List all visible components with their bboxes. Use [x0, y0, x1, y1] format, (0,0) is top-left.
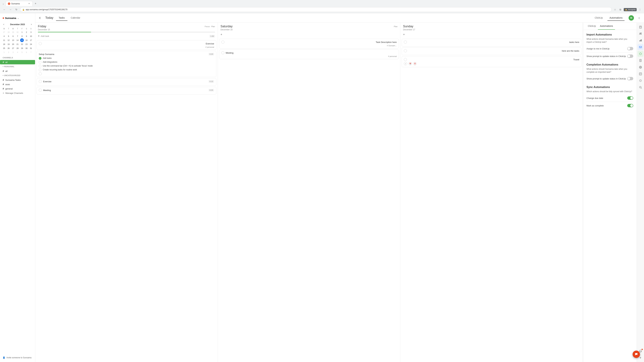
- cal-day[interactable]: 11: [2, 38, 6, 42]
- cal-day[interactable]: 5: [20, 50, 24, 54]
- setup-item-2[interactable]: Use the command bar (Ctrl + K) to activa…: [39, 64, 214, 67]
- split-view-btn[interactable]: ⧉: [618, 7, 622, 11]
- sidebar-item-general[interactable]: # general: [0, 86, 35, 91]
- task-card-desc-sat[interactable]: Task Description here # Sunsam...: [219, 39, 399, 48]
- cal-day[interactable]: 20: [11, 42, 15, 46]
- cal-day[interactable]: 16: [25, 38, 28, 42]
- sidebar-item-personal-all[interactable]: # all: [0, 69, 35, 73]
- cal-day[interactable]: 7: [16, 34, 19, 38]
- cal-day[interactable]: 23: [25, 42, 28, 46]
- cal-day[interactable]: 21: [16, 42, 19, 46]
- travel-icon-2[interactable]: 📅: [408, 62, 412, 65]
- setup-item-1[interactable]: Add integrations: [39, 61, 214, 63]
- browser-tab-sunsama[interactable]: S Sunsama ✕: [6, 1, 32, 6]
- sunday-add-task-btn[interactable]: +: [403, 32, 580, 37]
- back-btn[interactable]: ←: [2, 7, 7, 12]
- icon-bar-sparkle[interactable]: [638, 78, 644, 84]
- task-card-here-are-tasks[interactable]: here are the tasks: [402, 47, 582, 55]
- cal-day[interactable]: 17: [29, 38, 33, 42]
- icon-bar-search[interactable]: [638, 84, 644, 90]
- tab-close-btn[interactable]: ✕: [28, 2, 30, 5]
- icon-bar-notebook[interactable]: [638, 57, 644, 63]
- tab-tasks[interactable]: Tasks: [56, 15, 68, 21]
- task-check-exercise-fri[interactable]: [39, 42, 42, 45]
- cal-day[interactable]: 13: [11, 38, 15, 42]
- icon-bar-clipboard[interactable]: [638, 24, 644, 30]
- task-check-here-are-tasks[interactable]: [404, 49, 407, 52]
- task-card-exercise2-fri[interactable]: Exercise 0:15: [36, 78, 216, 86]
- cal-day[interactable]: 3: [11, 50, 15, 54]
- address-bar[interactable]: 🔒 app.sunsama.com/group/1702570104013617…: [20, 7, 612, 12]
- task-check-exercise2-fri[interactable]: [39, 80, 42, 83]
- cal-day[interactable]: 1: [20, 30, 24, 34]
- icon-bar-chart[interactable]: [638, 37, 644, 43]
- task-card-meeting-sat[interactable]: Meeting # personal: [219, 49, 399, 59]
- task-check-meeting-sat[interactable]: [221, 51, 224, 54]
- task-card-travel[interactable]: Travel ✓ 📅 ⏰: [402, 56, 582, 67]
- chat-fab[interactable]: [632, 351, 640, 358]
- uncategorized-label[interactable]: ▾ UNCATEGORIZED: [3, 75, 32, 76]
- cal-day[interactable]: 4: [16, 50, 19, 54]
- task-check-meeting-fri[interactable]: [39, 89, 42, 92]
- cal-day[interactable]: 4: [2, 34, 6, 38]
- tab-calendar[interactable]: Calendar: [68, 15, 83, 21]
- sidebar-item-all-channels[interactable]: # all: [0, 60, 35, 64]
- setup-sunsama-card[interactable]: Setup Sunsama 0:20 ✓ Add tasks Add integ…: [36, 51, 216, 77]
- tab-clickup[interactable]: ClickUp: [593, 15, 605, 21]
- task-check-desc-sat[interactable]: [221, 40, 224, 43]
- cal-day[interactable]: 28: [7, 30, 10, 34]
- cal-day[interactable]: 14: [16, 38, 19, 42]
- task-check-travel[interactable]: [404, 58, 407, 61]
- cal-day[interactable]: 7: [29, 50, 33, 54]
- task-check-tasks-here[interactable]: [404, 40, 407, 43]
- cal-day[interactable]: 29: [11, 30, 15, 34]
- setup-check-1[interactable]: [39, 61, 42, 63]
- cal-day[interactable]: 25: [2, 46, 6, 50]
- collapse-btn[interactable]: [38, 15, 42, 20]
- icon-bar-sync[interactable]: [638, 51, 644, 57]
- forward-btn[interactable]: →: [8, 7, 13, 12]
- setup-check-0[interactable]: ✓: [39, 57, 42, 60]
- import-toggle-0[interactable]: [627, 47, 633, 50]
- manage-channels-btn[interactable]: + Manage Channels: [0, 91, 35, 95]
- cal-day[interactable]: 29: [20, 46, 24, 50]
- setup-complete-btn[interactable]: [39, 72, 42, 75]
- icon-bar-target[interactable]: [638, 64, 644, 70]
- icon-bar-mail[interactable]: [638, 44, 644, 50]
- import-toggle-1[interactable]: [627, 54, 633, 58]
- completion-toggle-0[interactable]: [627, 77, 633, 80]
- panel-tab-clickup[interactable]: ClickUp: [586, 23, 598, 30]
- reload-btn[interactable]: ↻: [14, 7, 19, 12]
- saturday-add-task-btn[interactable]: +: [220, 32, 398, 37]
- cal-day[interactable]: 30: [25, 46, 28, 50]
- cal-day[interactable]: 28: [16, 46, 19, 50]
- cal-day[interactable]: 6: [25, 50, 28, 54]
- cal-day[interactable]: 18: [2, 42, 6, 46]
- task-card-meeting-fri[interactable]: Meeting 0:25: [36, 87, 216, 94]
- icon-bar-task-list[interactable]: [638, 71, 644, 77]
- forward-nav-btn[interactable]: ›|: [636, 15, 641, 20]
- task-card-tasks-here[interactable]: tasks here: [402, 39, 582, 46]
- cal-day[interactable]: 12: [7, 38, 10, 42]
- setup-item-3[interactable]: Create recurring tasks for routine work: [39, 68, 214, 71]
- setup-item-0[interactable]: ✓ Add tasks: [39, 57, 214, 60]
- cal-day[interactable]: 6: [11, 34, 15, 38]
- new-tab-btn[interactable]: +: [33, 1, 38, 6]
- cal-day[interactable]: 3: [29, 30, 33, 34]
- cal-day[interactable]: 22: [20, 42, 24, 46]
- cal-day[interactable]: 30: [16, 30, 19, 34]
- invite-btn[interactable]: 👤 Invite someone to Sunsama: [0, 355, 35, 360]
- sync-toggle-0[interactable]: [627, 96, 633, 100]
- bookmark-btn[interactable]: ☆: [613, 7, 617, 11]
- task-card-exercise-fri[interactable]: Exercise # personal: [36, 40, 216, 50]
- tab-back-btn[interactable]: ⌄: [1, 2, 5, 5]
- cal-day[interactable]: 1: [2, 50, 6, 54]
- setup-check-3[interactable]: [39, 68, 42, 71]
- icon-bar-people[interactable]: [638, 31, 644, 37]
- setup-check-2[interactable]: [39, 65, 42, 67]
- tab-automations[interactable]: Automations: [608, 15, 624, 21]
- cal-day[interactable]: 27: [2, 30, 6, 34]
- cal-day[interactable]: 2: [25, 30, 28, 34]
- cal-day[interactable]: 8: [20, 34, 24, 38]
- cal-day[interactable]: 26: [7, 46, 10, 50]
